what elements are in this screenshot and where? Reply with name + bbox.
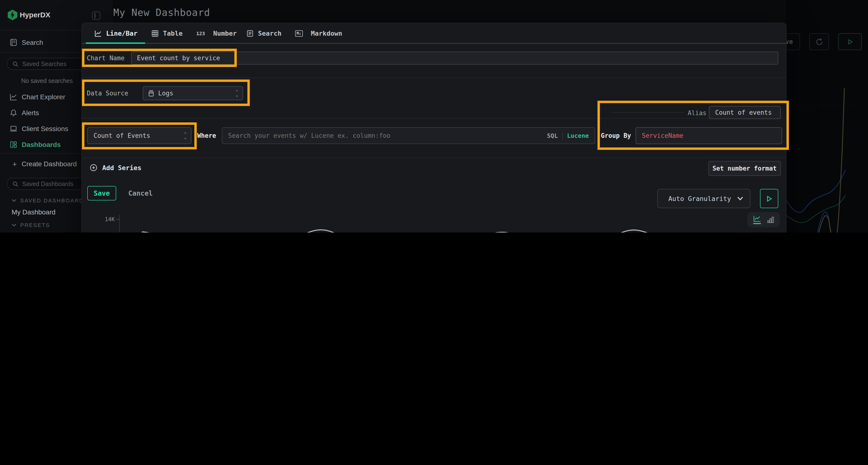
divider <box>82 158 786 158</box>
chevron-down-icon <box>737 197 743 200</box>
tab-number[interactable]: 123 Number <box>196 23 237 43</box>
toggle-divider <box>562 132 563 139</box>
tab-table[interactable]: Table <box>151 23 183 43</box>
tab-markdown[interactable]: M↓ Markdown <box>295 23 342 43</box>
where-label: Where <box>197 127 216 144</box>
tab-line-bar[interactable]: Line/Bar <box>94 23 137 43</box>
app-screen: HyperDX Search Saved Searches No saved s… <box>0 0 868 232</box>
tab-label: Markdown <box>311 29 342 37</box>
chart-series-unlabeled-0 <box>119 230 782 232</box>
tab-search[interactable]: Search <box>246 23 282 43</box>
section-label: PRESETS <box>20 222 50 228</box>
line-chart-icon <box>94 30 102 37</box>
search-doc-icon <box>246 30 254 37</box>
sidebar-item-label: Alerts <box>22 109 39 117</box>
tab-label: Line/Bar <box>106 29 137 37</box>
chevron-down-icon <box>11 223 17 227</box>
granularity-select[interactable]: Auto Granularity <box>657 189 750 208</box>
save-button[interactable]: Save <box>87 186 116 200</box>
chevron-down-icon <box>11 198 17 203</box>
lucene-toggle[interactable]: Lucene <box>567 132 589 139</box>
saved-dashboards-section[interactable]: SAVED DASHBOARDS <box>11 198 88 203</box>
sidebar-item-label: Dashboards <box>22 141 61 148</box>
where-input[interactable]: SQL Lucene <box>222 127 595 144</box>
granularity-value: Auto Granularity <box>669 195 731 202</box>
event-chart-svg <box>119 214 782 232</box>
cancel-button[interactable]: Cancel <box>128 186 153 200</box>
sql-toggle[interactable]: SQL <box>547 132 558 139</box>
modal-overlay <box>786 0 868 232</box>
page-title: My New Dashboard <box>113 7 210 18</box>
dashboards-grid-icon <box>10 141 18 148</box>
presets-section[interactable]: PRESETS <box>11 222 50 228</box>
plus-circle-icon <box>90 164 97 171</box>
sidebar-item-label: Client Sessions <box>22 125 68 133</box>
sidebar-item-my-dashboard[interactable]: My Dashboard <box>11 208 56 216</box>
saved-searches-placeholder: Saved Searches <box>22 61 66 67</box>
chart-explorer-icon <box>10 93 18 101</box>
tab-label: Search <box>258 29 282 37</box>
laptop-icon <box>10 125 18 133</box>
highlight-box-data-source <box>82 79 250 106</box>
bell-icon <box>10 109 18 117</box>
highlight-box-group-by <box>597 101 789 150</box>
create-dashboard-label: Create Dashboard <box>22 160 77 168</box>
saved-dashboards-placeholder: Saved Dashboards <box>22 180 73 187</box>
set-number-format-label: Set number format <box>712 165 777 172</box>
no-saved-searches-text: No saved searches <box>21 77 73 84</box>
save-label: Save <box>94 189 110 197</box>
divider <box>82 77 786 78</box>
chart-run-button[interactable] <box>760 189 778 208</box>
app-title: HyperDX <box>20 10 51 19</box>
tab-label: Number <box>213 29 237 37</box>
section-label: SAVED DASHBOARDS <box>20 198 88 203</box>
highlight-box-aggregation <box>82 122 197 150</box>
number-123-icon: 123 <box>196 31 205 36</box>
sidebar-item-label: Search <box>22 38 43 46</box>
where-search-field[interactable] <box>222 132 547 140</box>
tab-underline <box>82 43 786 44</box>
plus-icon: + <box>12 160 17 168</box>
edit-chart-modal: Line/Bar Table 123 Number Search M↓ Mark… <box>82 23 786 232</box>
sidebar-item-label: Chart Explorer <box>22 93 65 101</box>
search-icon <box>12 181 18 187</box>
table-icon <box>151 30 159 37</box>
hyperdx-logo-icon <box>8 10 18 20</box>
sidebar-collapse-icon[interactable] <box>92 11 100 20</box>
y-tick <box>116 219 119 220</box>
play-icon <box>766 195 772 202</box>
markdown-icon: M↓ <box>295 30 303 36</box>
add-series-button[interactable]: Add Series <box>90 161 142 174</box>
tab-label: Table <box>163 29 183 37</box>
search-icon <box>12 61 18 67</box>
cancel-label: Cancel <box>128 189 153 197</box>
search-journal-icon <box>10 38 18 46</box>
y-tick-label: 14K <box>92 216 115 223</box>
add-series-label: Add Series <box>102 164 142 171</box>
event-chart-plot[interactable] <box>119 214 782 232</box>
highlight-box-chart-name <box>82 49 237 67</box>
set-number-format-button[interactable]: Set number format <box>708 161 781 176</box>
